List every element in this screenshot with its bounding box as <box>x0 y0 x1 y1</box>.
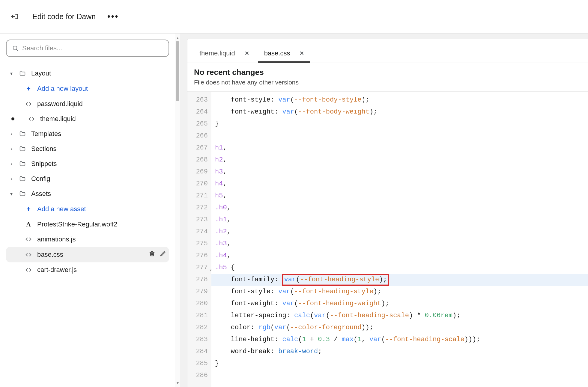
editor-tabs: theme.liquid ✕ base.css ✕ <box>187 39 588 63</box>
code-file-icon <box>25 236 32 243</box>
line-number: 275 <box>187 238 211 250</box>
line-number-gutter: 2632642652662672682692702712722732742752… <box>187 92 211 387</box>
add-asset-label: Add a new asset <box>37 205 166 213</box>
code-editor[interactable]: 2632642652662672682692702712722732742752… <box>187 92 588 387</box>
folder-icon <box>19 131 26 137</box>
rename-file-button[interactable] <box>160 250 166 259</box>
search-icon <box>12 45 19 52</box>
line-number: 274 <box>187 226 211 238</box>
file-label: theme.liquid <box>40 115 166 123</box>
tab-theme-liquid[interactable]: theme.liquid ✕ <box>193 45 255 63</box>
code-line[interactable]: h4, <box>211 178 588 190</box>
scroll-up-icon[interactable]: ▴ <box>177 35 179 40</box>
font-file-icon: A <box>25 220 32 228</box>
code-line[interactable]: } <box>211 358 588 370</box>
modified-dot-icon <box>11 117 14 120</box>
plus-icon: + <box>25 84 32 93</box>
folder-snippets[interactable]: › Snippets <box>6 156 169 171</box>
line-number: 283 <box>187 334 211 346</box>
delete-file-button[interactable] <box>149 250 155 259</box>
file-base-css[interactable]: base.css <box>6 247 169 262</box>
code-line[interactable]: } <box>211 118 588 130</box>
line-number: 276 <box>187 250 211 262</box>
code-line[interactable]: font-weight: var(--font-heading-weight); <box>211 298 588 310</box>
line-number: 264 <box>187 106 211 118</box>
file-cart-drawer-js[interactable]: cart-drawer.js <box>6 262 169 277</box>
trash-icon <box>149 250 155 257</box>
search-input[interactable] <box>22 44 163 52</box>
chevron-down-icon: ▾ <box>9 191 14 197</box>
version-subtext: File does not have any other versions <box>194 79 581 86</box>
code-line[interactable]: .h5 { <box>211 262 588 274</box>
close-tab-button[interactable]: ✕ <box>245 50 249 57</box>
file-password-liquid[interactable]: password.liquid <box>6 96 169 111</box>
code-line[interactable]: font-weight: var(--font-body-weight); <box>211 106 588 118</box>
folder-sections[interactable]: › Sections <box>6 141 169 156</box>
code-line[interactable]: h5, <box>211 190 588 202</box>
code-line[interactable] <box>211 130 588 142</box>
folder-label: Templates <box>31 130 166 138</box>
highlighted-code-box: var(--font-heading-style); <box>282 274 389 286</box>
code-file-icon <box>28 116 35 122</box>
code-content[interactable]: font-style: var(--font-body-style); font… <box>211 92 588 387</box>
line-number: 278 <box>187 274 211 286</box>
line-number: 271 <box>187 190 211 202</box>
svg-point-0 <box>13 46 17 50</box>
folder-templates[interactable]: › Templates <box>6 126 169 141</box>
close-icon: ✕ <box>300 50 304 56</box>
line-number: 277 <box>187 262 211 274</box>
file-animations-js[interactable]: animations.js <box>6 232 169 247</box>
chevron-right-icon: › <box>9 176 14 182</box>
add-layout-label: Add a new layout <box>37 85 166 93</box>
line-number: 265 <box>187 118 211 130</box>
pencil-icon <box>160 250 166 257</box>
code-line[interactable]: color: rgb(var(--color-foreground)); <box>211 322 588 334</box>
more-actions-button[interactable]: ••• <box>108 11 118 22</box>
code-line[interactable]: line-height: calc(1 + 0.3 / max(1, var(-… <box>211 334 588 346</box>
add-asset-button[interactable]: + Add a new asset <box>6 201 169 217</box>
file-tree-sidebar[interactable]: ▾ Layout + Add a new layout pa <box>0 34 175 387</box>
folder-config[interactable]: › Config <box>6 171 169 186</box>
folder-label: Layout <box>31 69 166 77</box>
code-line[interactable]: h1, <box>211 142 588 154</box>
close-tab-button[interactable]: ✕ <box>300 50 304 57</box>
line-number: 280 <box>187 298 211 310</box>
close-icon: ✕ <box>245 50 249 56</box>
code-line[interactable]: .h3, <box>211 238 588 250</box>
code-line[interactable]: word-break: break-word; <box>211 346 588 358</box>
scroll-down-icon[interactable]: ▾ <box>177 380 179 385</box>
scroll-thumb[interactable] <box>176 41 179 101</box>
code-line[interactable]: .h4, <box>211 250 588 262</box>
search-files-field[interactable] <box>6 40 169 57</box>
file-proteststrike-woff2[interactable]: A ProtestStrike-Regular.woff2 <box>6 217 169 232</box>
add-layout-button[interactable]: + Add a new layout <box>6 81 169 96</box>
folder-layout[interactable]: ▾ Layout <box>6 66 169 81</box>
code-line[interactable] <box>211 370 588 382</box>
line-number: 267 <box>187 142 211 154</box>
line-number: 282 <box>187 322 211 334</box>
code-line[interactable]: .h0, <box>211 202 588 214</box>
exit-editor-button[interactable] <box>10 11 20 22</box>
sidebar-scrollbar[interactable]: ▴ ▾ <box>175 34 180 387</box>
page-title: Edit code for Dawn <box>32 12 96 21</box>
file-label: cart-drawer.js <box>37 266 166 274</box>
code-line[interactable]: .h1, <box>211 214 588 226</box>
file-theme-liquid[interactable]: theme.liquid <box>6 111 169 126</box>
code-line[interactable]: font-family: var(--font-heading-style); <box>211 274 588 286</box>
folder-icon <box>19 146 26 152</box>
folder-assets[interactable]: ▾ Assets <box>6 186 169 201</box>
tab-base-css[interactable]: base.css ✕ <box>258 45 310 63</box>
code-line[interactable]: h3, <box>211 166 588 178</box>
folder-icon <box>19 161 26 167</box>
code-line[interactable]: font-style: var(--font-body-style); <box>211 94 588 106</box>
folder-label: Sections <box>31 145 166 153</box>
line-number: 285 <box>187 358 211 370</box>
code-line[interactable]: font-style: var(--font-heading-style); <box>211 286 588 298</box>
chevron-right-icon: › <box>9 146 14 152</box>
code-line[interactable]: .h2, <box>211 226 588 238</box>
code-line[interactable]: letter-spacing: calc(var(--font-heading-… <box>211 310 588 322</box>
code-file-icon <box>25 101 32 107</box>
code-line[interactable]: h2, <box>211 154 588 166</box>
folder-label: Config <box>31 175 166 183</box>
code-file-icon <box>25 251 32 258</box>
